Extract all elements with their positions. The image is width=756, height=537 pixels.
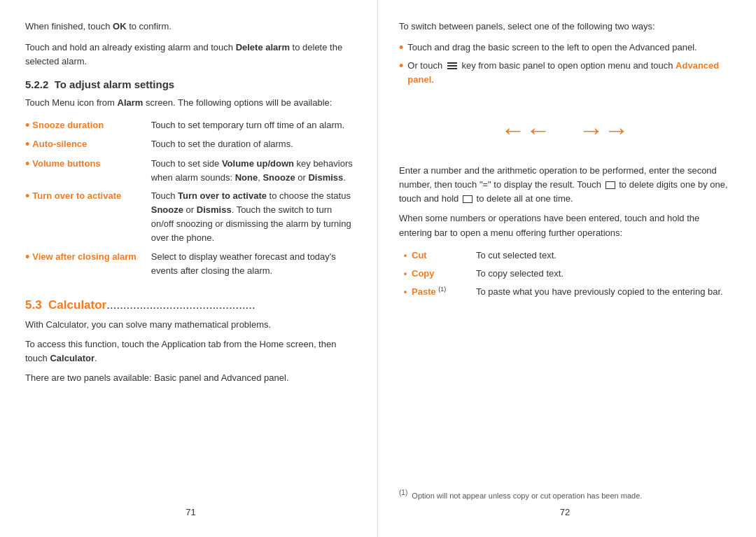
hamburger-icon [447,62,457,69]
bullet2-mid: key from basic panel to open option menu… [461,60,676,71]
menu-icon-text: Touch Menu icon from [25,97,118,108]
section-53-dots: ........................................… [106,298,255,312]
calc-intro2-end: . [94,353,97,363]
op-label: Cut [412,247,475,264]
intro-paragraph-2: Touch and hold an already existing alarm… [25,41,356,69]
bullet-dot: • [404,286,407,297]
setting-label: Turn over to activate [32,189,121,203]
calc-desc2: When some numbers or operations have bee… [399,211,731,239]
setting-description: Select to display weather forecast and t… [151,248,356,280]
op-bullet: • [400,265,410,282]
list-item: • Touch and drag the basic screen to the… [399,41,731,56]
intro1-bold: OK [113,21,127,32]
intro-paragraph-1: When finished, touch OK to confirm. [25,20,356,34]
table-row: • Turn over to activate Touch Turn over … [25,187,356,248]
copy-label: Copy [412,268,435,279]
bullet-dot: • [25,189,29,204]
table-row: • Snooze duration Touch to set temporary… [25,116,356,136]
setting-label-cell: • Snooze duration [25,116,151,136]
section-53-number: 5.3 [25,298,42,312]
switch-intro: To switch between panels, select one of … [399,20,731,34]
setting-description: Touch to set side Volume up/down key beh… [151,155,356,187]
backspace-icon [606,181,615,189]
panel-switch-list: • Touch and drag the basic screen to the… [399,41,731,90]
setting-description: Touch to set temporary turn off time of … [151,116,356,136]
calc-intro1: With Calculator, you can solve many math… [25,318,356,332]
calc-intro2: To access this function, touch the Appli… [25,337,356,365]
op-description: To paste what you have previously copied… [476,284,729,300]
menu-icon-end: screen. The following options will be av… [143,97,332,108]
list-item: • Or touch key from basic panel to open … [399,59,731,87]
bullet2-text: Or touch key from basic panel to open op… [407,59,731,87]
menu-icon-bold: Alarm [118,97,144,108]
op-bullet: • [400,284,410,300]
bullet2-end: . [431,74,434,85]
bullet-dot: • [25,157,29,172]
calc-intro2-bold: Calculator [50,353,94,363]
intro2-text: Touch and hold an already existing alarm… [25,42,236,53]
table-row: • Paste (1) To paste what you have previ… [400,284,729,300]
table-row: • Auto-silence Touch to set the duration… [25,135,356,155]
setting-label: Snooze duration [32,118,104,132]
setting-label-cell: • Turn over to activate [25,187,151,248]
setting-description: Touch to set the duration of alarms. [151,135,356,155]
page-number-71: 71 [25,500,356,517]
footnote-text: Option will not appear unless copy or cu… [412,491,642,500]
section-53-title: Calculator [48,298,106,312]
bullet-dot: • [404,268,407,279]
table-row: • Volume buttons Touch to set side Volum… [25,155,356,187]
setting-description: Touch Turn over to activate to choose th… [151,187,356,248]
left-column: When finished, touch OK to confirm. Touc… [0,0,378,537]
bullet-dot: • [399,41,403,56]
bullet2-pre: Or touch [407,60,444,71]
setting-label-cell: • Auto-silence [25,135,151,155]
menu-icon-line: Touch Menu icon from Alarm screen. The f… [25,96,356,110]
section-53-heading: 5.3 Calculator..........................… [25,298,356,312]
paste-label: Paste [412,286,436,297]
table-row: • Copy To copy selected text. [400,265,729,282]
op-label: Copy [412,265,475,282]
footnote-sup: (1) [399,489,407,496]
op-description: To cut selected text. [476,247,729,264]
section-53: 5.3 Calculator..........................… [25,298,356,391]
page-number-72: 72 [399,500,731,517]
right-column: To switch between panels, select one of … [378,0,756,537]
table-row: • View after closing alarm Select to dis… [25,248,356,280]
setting-label-cell: • Volume buttons [25,155,151,187]
setting-label: Auto-silence [32,137,87,151]
bullet-dot: • [25,118,29,134]
intro1-end: to confirm. [127,21,172,32]
setting-label-cell: • View after closing alarm [25,248,151,280]
operations-table: • Cut To cut selected text. • Copy To co… [399,246,731,302]
page-container: When finished, touch OK to confirm. Touc… [0,0,756,537]
setting-label: View after closing alarm [32,250,136,264]
footnote: (1) Option will not appear unless copy o… [399,482,731,500]
cut-label: Cut [412,250,427,260]
intro1-text: When finished, touch [25,21,113,32]
backspace-hold-icon [463,195,472,203]
section-522-heading: 5.2.2 To adjust alarm settings [25,78,356,90]
op-label: Paste (1) [412,284,475,300]
op-description: To copy selected text. [476,265,729,282]
section-522-title: To adjust alarm settings [55,78,174,90]
settings-table: • Snooze duration Touch to set temporary… [25,116,356,280]
intro2-bold: Delete alarm [236,42,290,53]
calc-intro3: There are two panels available: Basic pa… [25,371,356,385]
bullet1-text: Touch and drag the basic screen to the l… [407,41,696,55]
op-bullet: • [400,247,410,264]
section-522-number: 5.2.2 [25,78,48,90]
calc-desc1: Enter a number and the arithmetic operat… [399,164,731,206]
left-arrow-icon: ←← [500,118,551,143]
bullet-dot: • [399,59,403,74]
bullet-dot: • [25,250,29,265]
setting-label: Volume buttons [32,157,100,171]
bullet-dot: • [404,250,407,260]
right-arrow-icon: →→ [579,118,629,143]
table-row: • Cut To cut selected text. [400,247,729,264]
bullet-dot: • [25,137,29,153]
arrows-diagram: ←← →→ [399,118,731,143]
